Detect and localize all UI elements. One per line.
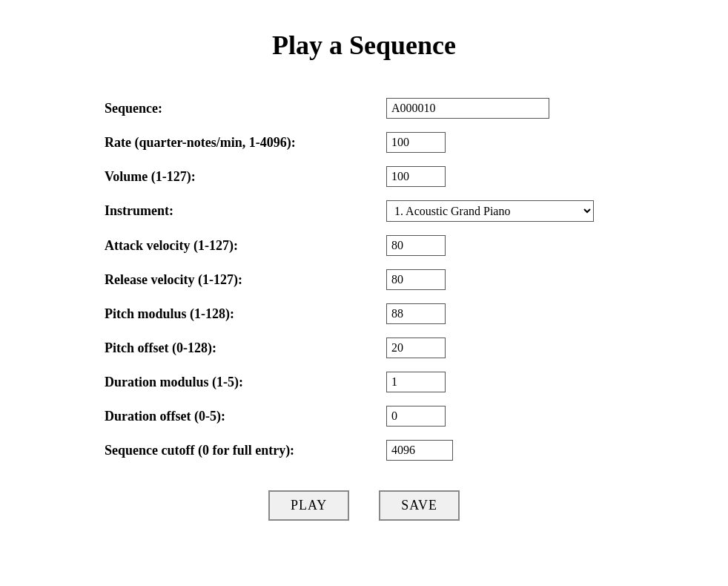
dur-mod-row: Duration modulus (1-5): xyxy=(105,372,623,392)
volume-label: Volume (1-127): xyxy=(105,169,386,185)
pitch-mod-input[interactable] xyxy=(386,303,446,324)
form-container: Sequence: Rate (quarter-notes/min, 1-409… xyxy=(105,98,623,521)
pitch-mod-label: Pitch modulus (1-128): xyxy=(105,306,386,322)
instrument-select[interactable]: 1. Acoustic Grand Piano2. Bright Acousti… xyxy=(386,200,594,222)
dur-mod-label: Duration modulus (1-5): xyxy=(105,375,386,390)
rate-label: Rate (quarter-notes/min, 1-4096): xyxy=(105,135,386,151)
page-title: Play a Sequence xyxy=(272,30,456,61)
dur-off-label: Duration offset (0-5): xyxy=(105,409,386,424)
attack-row: Attack velocity (1-127): xyxy=(105,235,623,256)
dur-off-input[interactable] xyxy=(386,406,446,427)
dur-mod-input[interactable] xyxy=(386,372,446,392)
pitch-off-row: Pitch offset (0-128): xyxy=(105,338,623,358)
dur-off-row: Duration offset (0-5): xyxy=(105,406,623,427)
rate-row: Rate (quarter-notes/min, 1-4096): xyxy=(105,132,623,153)
save-button[interactable]: SAVE xyxy=(379,490,460,521)
volume-input[interactable] xyxy=(386,166,446,187)
seq-cutoff-input[interactable] xyxy=(386,440,453,461)
pitch-mod-row: Pitch modulus (1-128): xyxy=(105,303,623,324)
buttons-row: PLAY SAVE xyxy=(105,490,623,521)
instrument-row: Instrument: 1. Acoustic Grand Piano2. Br… xyxy=(105,200,623,222)
seq-cutoff-row: Sequence cutoff (0 for full entry): xyxy=(105,440,623,461)
sequence-row: Sequence: xyxy=(105,98,623,119)
seq-cutoff-label: Sequence cutoff (0 for full entry): xyxy=(105,443,386,458)
attack-label: Attack velocity (1-127): xyxy=(105,238,386,254)
play-button[interactable]: PLAY xyxy=(268,490,349,521)
release-input[interactable] xyxy=(386,269,446,290)
release-row: Release velocity (1-127): xyxy=(105,269,623,290)
sequence-input[interactable] xyxy=(386,98,549,119)
pitch-off-input[interactable] xyxy=(386,338,446,358)
pitch-off-label: Pitch offset (0-128): xyxy=(105,340,386,356)
volume-row: Volume (1-127): xyxy=(105,166,623,187)
instrument-label: Instrument: xyxy=(105,203,386,219)
rate-input[interactable] xyxy=(386,132,446,153)
attack-input[interactable] xyxy=(386,235,446,256)
release-label: Release velocity (1-127): xyxy=(105,272,386,288)
sequence-label: Sequence: xyxy=(105,101,386,116)
